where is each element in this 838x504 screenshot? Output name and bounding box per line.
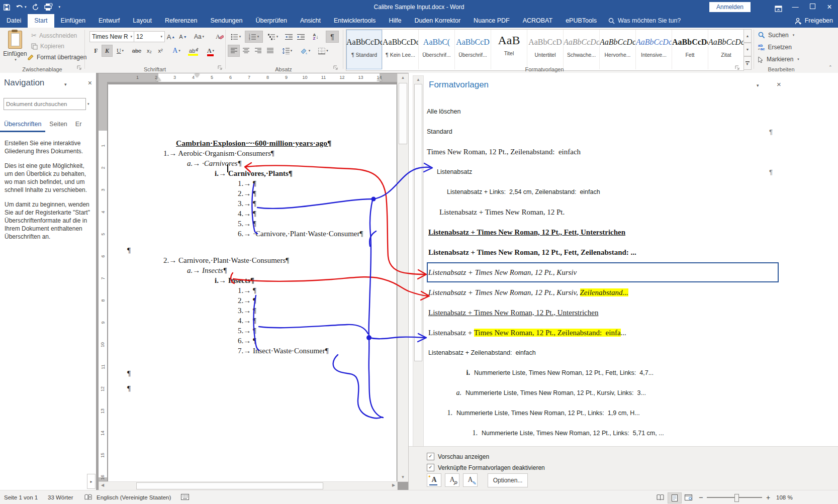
change-case-button[interactable]: Aa▾	[191, 31, 207, 43]
sign-in-button[interactable]: Anmelden	[709, 2, 751, 12]
print-layout-button[interactable]	[668, 492, 682, 503]
highlight-color-button[interactable]: ab ▾	[185, 45, 202, 57]
ribbon-tab[interactable]: ACROBAT	[516, 14, 560, 28]
proofing-status-icon[interactable]	[84, 494, 92, 500]
zoom-slider[interactable]	[707, 497, 762, 498]
horizontal-ruler[interactable]: 1234567891011121314	[99, 73, 399, 82]
navigation-tabs-overflow-button[interactable]: ▸	[87, 474, 96, 489]
numbering-button[interactable]: 123▾	[245, 31, 263, 43]
style-gallery-item[interactable]: AaBbCcDc Intensive...	[636, 30, 672, 69]
align-right-button[interactable]	[252, 45, 264, 57]
ribbon-tab[interactable]: Einfügen	[54, 14, 92, 28]
document-line[interactable]: 5.→ ¶	[238, 219, 397, 229]
subscript-button[interactable]: x₂	[144, 45, 155, 57]
justify-button[interactable]	[264, 45, 276, 57]
tell-me-box[interactable]: Was möchten Sie tun?	[608, 14, 681, 28]
align-left-button[interactable]	[228, 45, 240, 57]
styles-scroll-thumb[interactable]	[414, 84, 422, 361]
style-gallery-item[interactable]: AaBbCcD Untertitel	[527, 30, 564, 69]
cut-button[interactable]: ✂ Ausschneiden	[31, 32, 77, 39]
style-row[interactable]: Listenabsatz + Times New Roman, 12 Pt., …	[427, 282, 779, 303]
zoom-level[interactable]: 108 %	[776, 490, 793, 504]
bold-button[interactable]: F	[90, 45, 102, 57]
close-button[interactable]: ×	[821, 0, 838, 14]
italic-button[interactable]: K	[102, 45, 113, 57]
style-gallery-item[interactable]: AaB Titel	[491, 30, 527, 69]
document-line[interactable]: 3.→ ¶	[238, 306, 397, 316]
collapse-ribbon-button[interactable]: ⌃	[828, 65, 832, 70]
document-line[interactable]: 6.→ ·Carnivore,·Plant·Waste·Consumer¶	[238, 229, 397, 239]
vertical-ruler[interactable]: 12345678910111213141516	[99, 82, 107, 481]
style-row[interactable]: Times New Roman, 12 Pt., Zeilenabstand: …	[427, 142, 779, 162]
style-row[interactable]: Listenabsatz + Times New Roman, 12 Pt., …	[427, 222, 779, 242]
style-gallery-item[interactable]: AaBbCcDc Fett	[672, 30, 708, 69]
decrease-indent-button[interactable]	[283, 31, 295, 43]
ribbon-tab[interactable]: Entwurf	[92, 14, 126, 28]
ribbon-tab[interactable]: ePUBTools	[559, 14, 603, 28]
styles-pane-scrollbar[interactable]: ▲ ▼	[413, 75, 424, 485]
document-line[interactable]: 4.→ ¶	[238, 316, 397, 326]
document-horizontal-scrollbar[interactable]: ◀ ▶	[99, 481, 398, 490]
word-count[interactable]: 33 Wörter	[48, 490, 73, 504]
style-row[interactable]: Listenabsatz + Times New Roman, 12 Pt., …	[427, 303, 779, 323]
style-row[interactable]: Listenabsatz + Times New Roman, 12 Pt., …	[427, 323, 779, 343]
style-gallery-item[interactable]: AaBbCcDc Zitat	[708, 30, 744, 69]
borders-button[interactable]: ▾	[315, 45, 332, 57]
underline-button[interactable]: U▾	[113, 45, 128, 57]
gallery-more-button[interactable]: ▼	[743, 56, 752, 70]
ribbon-tab[interactable]: Entwicklertools	[327, 14, 382, 28]
shrink-font-button[interactable]: A▼	[177, 31, 189, 43]
document-line[interactable]: ¶	[127, 368, 397, 378]
sort-button[interactable]: AZ ↓	[309, 31, 323, 43]
navigation-tab[interactable]: Seiten	[45, 121, 71, 132]
navigation-tab[interactable]: Er	[71, 121, 82, 132]
document-line[interactable]: 2.→ ¶	[238, 295, 397, 306]
style-row[interactable]: Listenabsatz + Times New Roman, 12 Pt.	[427, 202, 779, 222]
shading-button[interactable]: ▾	[297, 45, 314, 57]
style-gallery-item[interactable]: AaBbCcD Überschrif...	[455, 30, 491, 69]
ribbon-tab[interactable]: Datei	[0, 14, 28, 28]
horizontal-scroll-thumb[interactable]	[136, 482, 323, 489]
styles-pane-close-button[interactable]: ×	[777, 80, 781, 88]
style-row[interactable]: a. Nummerierte Liste, Times New Roman, 1…	[427, 383, 779, 403]
style-gallery-item[interactable]: AaBbCcDc ¶ Kein Lee...	[383, 30, 419, 69]
hanging-indent-marker[interactable]	[156, 77, 161, 81]
share-button[interactable]: Freigeben	[795, 14, 833, 28]
document-line[interactable]: i.→ Carnivores,·Plants¶	[215, 168, 397, 178]
document-line[interactable]: 1.→ ¶	[238, 178, 397, 188]
document-line[interactable]: a.→ Insects¶	[187, 265, 397, 275]
style-row[interactable]: Alle löschen	[427, 102, 779, 122]
bullets-button[interactable]: ▾	[228, 31, 244, 43]
font-color-button[interactable]: A ▾	[203, 45, 218, 57]
zoom-out-button[interactable]: −	[699, 490, 703, 504]
document-line[interactable]: a.→ ·Carnivores¶	[187, 158, 397, 168]
style-row[interactable]: Listenabsatz + Times New Roman, 12 Pt., …	[427, 262, 779, 282]
new-style-button[interactable]: A✦	[427, 473, 441, 487]
document-line[interactable]: 1.→ Aerobic·Organism·Consumers¶	[163, 148, 397, 158]
ribbon-tab[interactable]: Sendungen	[204, 14, 249, 28]
strikethrough-button[interactable]: abe	[130, 45, 144, 57]
navigation-menu-button[interactable]: ▾	[64, 82, 67, 87]
document-line[interactable]: Cambrian·Explosion·~·600·million·years·a…	[176, 138, 397, 148]
document-line[interactable]: 5.→ ¶	[238, 326, 397, 336]
scroll-up-arrow[interactable]: ▲	[398, 74, 408, 82]
style-gallery-item[interactable]: AaBbCcDc Schwache...	[564, 30, 600, 69]
document-line[interactable]: 4.→ ¶	[238, 209, 397, 219]
paragraph-dialog-launcher[interactable]	[333, 65, 339, 71]
manage-styles-button[interactable]: A✎	[463, 473, 478, 487]
styles-options-button[interactable]: Optionen...	[488, 473, 528, 487]
gallery-scroll-up-button[interactable]: ▲	[743, 29, 752, 43]
web-layout-button[interactable]	[682, 492, 695, 502]
text-effects-button[interactable]: A▾	[169, 45, 184, 57]
style-row[interactable]: 1. Nummerierte Liste, Times New Roman, 1…	[427, 403, 779, 423]
style-row[interactable]: Listenabsatz + Times New Roman, 12 Pt., …	[427, 242, 779, 262]
zoom-in-button[interactable]: +	[766, 490, 770, 504]
search-input[interactable]	[4, 101, 85, 107]
disable-linked-styles-checkbox[interactable]: ✓ Verknüpfte Formatvorlagen deaktivieren	[427, 464, 545, 471]
superscript-button[interactable]: x²	[155, 45, 166, 57]
style-gallery-item[interactable]: AaBbCcDc ¶ Standard	[346, 30, 383, 69]
ribbon-display-options-button[interactable]	[770, 2, 787, 12]
style-gallery-item[interactable]: AaBbCcDc Hervorhe...	[600, 30, 636, 69]
font-family-select[interactable]: Times New R▾	[89, 31, 135, 42]
grow-font-button[interactable]: A▲	[165, 31, 177, 43]
